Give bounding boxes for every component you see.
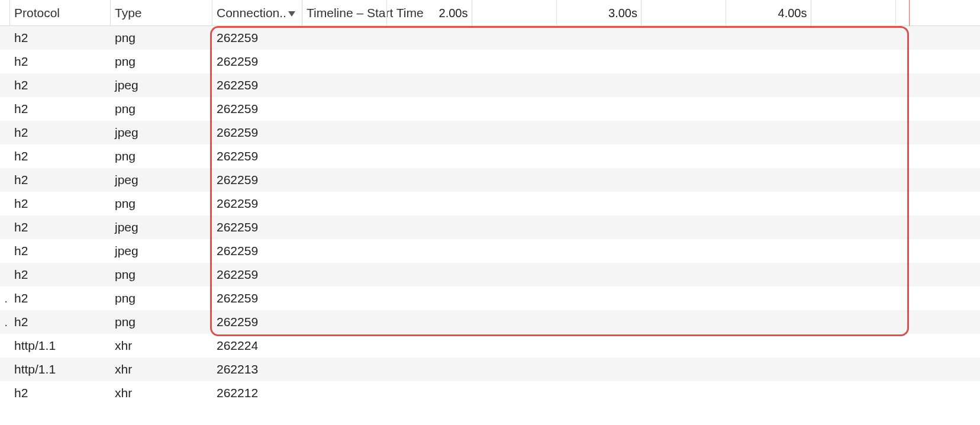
cell-protocol: http/1.1 xyxy=(9,334,110,358)
column-header-connection-label: Connection.. xyxy=(217,6,286,20)
cell-protocol: h2 xyxy=(9,50,110,73)
cell-protocol: h2 xyxy=(9,26,110,50)
row-gutter xyxy=(0,73,9,97)
cell-type: png xyxy=(110,50,212,73)
cell-protocol: h2 xyxy=(9,310,110,334)
cell-connection: 262212 xyxy=(212,381,302,405)
row-gutter xyxy=(0,239,9,263)
row-gutter xyxy=(0,97,9,121)
sort-descending-icon xyxy=(288,11,295,17)
cell-type: jpeg xyxy=(110,73,212,97)
cell-connection: 262259 xyxy=(212,73,302,97)
cell-type: xhr xyxy=(110,334,212,358)
row-gutter xyxy=(0,215,9,239)
row-gutter xyxy=(0,168,9,192)
cell-protocol: h2 xyxy=(9,97,110,121)
cell-type: jpeg xyxy=(110,239,212,263)
cell-connection: 262259 xyxy=(212,286,302,310)
row-gutter: . xyxy=(0,310,9,334)
column-header-connection[interactable]: Connection.. xyxy=(212,0,302,26)
table-row[interactable]: h2png262259 xyxy=(0,50,980,73)
row-gutter xyxy=(0,144,9,168)
cell-connection: 262259 xyxy=(212,168,302,192)
cell-type: png xyxy=(110,144,212,168)
cell-type: png xyxy=(110,26,212,50)
table-row[interactable]: h2xhr262212 xyxy=(0,381,980,405)
row-gutter xyxy=(0,50,9,73)
cell-connection: 262259 xyxy=(212,310,302,334)
cell-type: jpeg xyxy=(110,168,212,192)
row-gutter xyxy=(0,381,9,405)
table-row[interactable]: .h2png262259 xyxy=(0,310,980,334)
cell-connection: 262224 xyxy=(212,334,302,358)
column-header-protocol-label: Protocol xyxy=(14,6,60,20)
table-row[interactable]: .h2png262259 xyxy=(0,286,980,310)
cell-connection: 262259 xyxy=(212,192,302,215)
cell-type: png xyxy=(110,97,212,121)
row-gutter xyxy=(0,263,9,286)
table-row[interactable]: h2jpeg262259 xyxy=(0,168,980,192)
table-row[interactable]: h2png262259 xyxy=(0,263,980,286)
row-gutter xyxy=(0,26,9,50)
column-header-type-label: Type xyxy=(115,6,142,20)
cell-protocol: h2 xyxy=(9,286,110,310)
table-row[interactable]: h2jpeg262259 xyxy=(0,73,980,97)
cell-type: png xyxy=(110,192,212,215)
cell-connection: 262259 xyxy=(212,239,302,263)
cell-protocol: h2 xyxy=(9,215,110,239)
row-gutter xyxy=(0,192,9,215)
cell-connection: 262259 xyxy=(212,263,302,286)
cell-protocol: h2 xyxy=(9,121,110,144)
table-row[interactable]: h2png262259 xyxy=(0,97,980,121)
table-row[interactable]: h2jpeg262259 xyxy=(0,121,980,144)
cell-type: jpeg xyxy=(110,121,212,144)
cell-protocol: h2 xyxy=(9,239,110,263)
column-header-protocol[interactable]: Protocol xyxy=(9,0,110,26)
timeline-tick-label: 3.00s xyxy=(608,0,641,26)
cell-protocol: h2 xyxy=(9,192,110,215)
row-gutter xyxy=(0,358,9,381)
timeline-tick-label: 4.00s xyxy=(778,0,811,26)
cell-type: xhr xyxy=(110,381,212,405)
cell-type: png xyxy=(110,310,212,334)
cell-type: png xyxy=(110,286,212,310)
cell-connection: 262259 xyxy=(212,121,302,144)
row-gutter: . xyxy=(0,286,9,310)
cell-type: jpeg xyxy=(110,215,212,239)
row-gutter xyxy=(0,121,9,144)
table-row[interactable]: h2png262259 xyxy=(0,26,980,50)
devtools-network-panel[interactable]: { "columns": { "protocol": "Protocol", "… xyxy=(0,0,980,425)
cell-type: xhr xyxy=(110,358,212,381)
table-row[interactable]: h2png262259 xyxy=(0,192,980,215)
table-row[interactable]: h2jpeg262259 xyxy=(0,239,980,263)
table-row[interactable]: h2jpeg262259 xyxy=(0,215,980,239)
cell-protocol: h2 xyxy=(9,73,110,97)
table-row[interactable]: http/1.1xhr262213 xyxy=(0,358,980,381)
cell-connection: 262259 xyxy=(212,215,302,239)
cell-protocol: h2 xyxy=(9,144,110,168)
row-gutter xyxy=(0,334,9,358)
cell-connection: 262259 xyxy=(212,97,302,121)
table-row[interactable]: http/1.1xhr262224 xyxy=(0,334,980,358)
cell-connection: 262259 xyxy=(212,26,302,50)
cell-protocol: h2 xyxy=(9,381,110,405)
cell-connection: 262213 xyxy=(212,358,302,381)
table-row[interactable]: h2png262259 xyxy=(0,144,980,168)
cell-type: png xyxy=(110,263,212,286)
timeline-tick-label: 2.00s xyxy=(439,0,472,26)
cell-connection: 262259 xyxy=(212,50,302,73)
cell-protocol: h2 xyxy=(9,168,110,192)
cell-protocol: h2 xyxy=(9,263,110,286)
column-header-type[interactable]: Type xyxy=(110,0,212,26)
cell-connection: 262259 xyxy=(212,144,302,168)
cell-protocol: http/1.1 xyxy=(9,358,110,381)
